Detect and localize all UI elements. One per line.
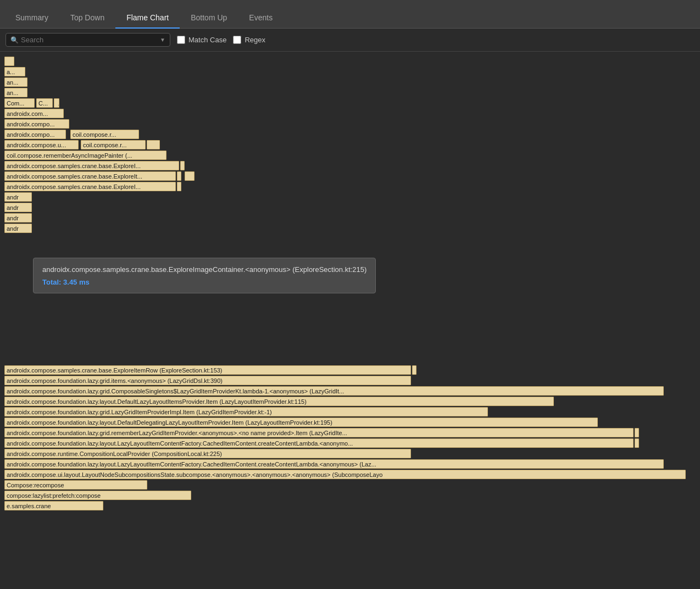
flame-bar[interactable]: androidx.compose.foundation.lazy.layout.… [4, 438, 634, 448]
flame-bar[interactable]: coil.compose.rememberAsyncImagePainter (… [4, 151, 166, 160]
tooltip-total-value: 3.45 ms [63, 278, 90, 286]
regex-text: Regex [245, 36, 265, 44]
flame-row: compose:lazylist:prefetch:compose [4, 490, 696, 500]
flame-bar[interactable]: coil.compose.r... [70, 130, 139, 139]
flame-bar[interactable] [635, 428, 639, 437]
flame-row: andr [4, 223, 696, 233]
flame-bar[interactable]: a... [4, 67, 25, 76]
search-dropdown-icon[interactable]: ▼ [160, 37, 165, 43]
flame-bar[interactable] [412, 365, 416, 375]
flame-tooltip: androidx.compose.samples.crane.base.Expl… [33, 258, 376, 293]
flame-bar[interactable] [54, 98, 59, 108]
flame-rows-container: a... an... an... Com... C... androidx.co… [0, 56, 700, 510]
flame-row: androidx.compose.samples.crane.base.Expl… [4, 181, 696, 191]
flame-bar[interactable] [177, 171, 181, 181]
flame-bar[interactable]: androidx.compo... [4, 119, 69, 129]
flame-row [4, 56, 696, 66]
flame-row: androidx.compose.samples.crane.base.Expl… [4, 171, 696, 181]
flame-bar[interactable] [185, 171, 195, 181]
flame-bar[interactable] [4, 57, 14, 66]
flame-bar[interactable]: andr [4, 213, 32, 223]
flame-bar[interactable]: compose:lazylist:prefetch:compose [4, 491, 191, 500]
flame-row: androidx.compose.foundation.lazy.layout.… [4, 396, 696, 406]
tab-flame-chart[interactable]: Flame Chart [115, 8, 180, 29]
flame-bar[interactable]: an... [4, 88, 27, 97]
flame-bar[interactable]: Compose:recompose [4, 480, 147, 490]
flame-bar[interactable]: an... [4, 77, 27, 87]
flame-row: an... [4, 87, 696, 97]
flame-bar[interactable]: androidx.compose.samples.crane.base.Expl… [4, 171, 176, 181]
flame-row: androidx.compose.u... coil.compose.r... [4, 140, 696, 149]
flame-row: Compose:recompose [4, 480, 696, 490]
flame-bar[interactable]: e.samples.crane [4, 501, 103, 510]
flame-bar[interactable]: Com... [4, 98, 35, 108]
flame-bar[interactable]: androidx.compo... [4, 130, 66, 139]
flame-row: andr [4, 192, 696, 202]
tab-top-down[interactable]: Top Down [59, 8, 115, 29]
flame-bar[interactable]: androidx.compose.samples.crane.base.Expl… [4, 161, 179, 170]
flame-row: a... [4, 66, 696, 76]
flame-row: androidx.compose.foundation.lazy.grid.Co… [4, 386, 696, 396]
flame-row: androidx.compose.runtime.CompositionLoca… [4, 448, 696, 458]
tab-events[interactable]: Events [238, 8, 284, 29]
flame-bar[interactable]: androidx.compose.foundation.lazy.layout.… [4, 397, 554, 406]
flame-bar[interactable]: androidx.compose.foundation.lazy.layout.… [4, 418, 598, 427]
match-case-label[interactable]: Match Case [177, 36, 226, 44]
flame-row: androidx.compose.foundation.lazy.layout.… [4, 417, 696, 427]
flame-row: androidx.compose.foundation.lazy.layout.… [4, 438, 696, 448]
flame-bar[interactable]: androidx.compose.foundation.lazy.grid.La… [4, 407, 488, 416]
flame-bar[interactable]: androidx.compose.samples.crane.base.Expl… [4, 365, 411, 375]
flame-bar[interactable]: androidx.compose.samples.crane.base.Expl… [4, 182, 176, 191]
flame-bar[interactable]: androidx.compose.ui.layout.LayoutNodeSub… [4, 470, 686, 479]
tab-bar: Summary Top Down Flame Chart Bottom Up E… [0, 0, 700, 29]
flame-row: androidx.compo... coil.compose.r... [4, 129, 696, 139]
full-rows-container: androidx.compose.samples.crane.base.Expl… [4, 365, 696, 510]
flame-bar[interactable]: androidx.compose.u... [4, 140, 79, 149]
match-case-checkbox[interactable] [177, 36, 185, 44]
flame-row: androidx.compose.samples.crane.base.Expl… [4, 365, 696, 375]
flame-row: an... [4, 77, 696, 87]
regex-label[interactable]: Regex [233, 36, 265, 44]
search-bar: 🔍 ▼ Match Case Regex [0, 29, 700, 52]
flame-bar[interactable]: androidx.com... [4, 109, 64, 118]
flame-bar[interactable] [635, 438, 639, 448]
flame-bar[interactable] [180, 161, 185, 170]
match-case-text: Match Case [188, 36, 226, 44]
flame-row: e.samples.crane [4, 501, 696, 510]
flame-bar[interactable]: androidx.compose.foundation.lazy.grid.it… [4, 376, 411, 385]
tab-summary[interactable]: Summary [4, 8, 59, 29]
flame-row: androidx.compose.foundation.lazy.layout.… [4, 459, 696, 469]
flame-bar[interactable] [177, 182, 181, 191]
flame-row: andr [4, 213, 696, 223]
flame-bar[interactable]: C... [36, 98, 53, 108]
flame-bar[interactable] [147, 140, 160, 149]
tab-bottom-up[interactable]: Bottom Up [180, 8, 238, 29]
search-icon: 🔍 [10, 36, 19, 44]
flame-bar[interactable]: andr [4, 203, 32, 212]
flame-row: androidx.compose.foundation.lazy.grid.it… [4, 375, 696, 385]
flame-row: androidx.compose.foundation.lazy.grid.re… [4, 427, 696, 437]
flame-row: Com... C... [4, 98, 696, 108]
flame-bar[interactable]: andr [4, 192, 32, 202]
regex-checkbox[interactable] [233, 36, 241, 44]
search-wrapper[interactable]: 🔍 ▼ [5, 33, 170, 47]
flame-bar[interactable]: andr [4, 224, 32, 233]
flame-row: androidx.compose.ui.layout.LayoutNodeSub… [4, 469, 696, 479]
flame-row: androidx.compose.samples.crane.base.Expl… [4, 160, 696, 170]
flame-bar[interactable]: androidx.compose.foundation.lazy.grid.Co… [4, 386, 664, 396]
flame-bar[interactable]: androidx.compose.foundation.lazy.grid.re… [4, 428, 634, 437]
flame-row: androidx.com... [4, 108, 696, 118]
tooltip-title: androidx.compose.samples.crane.base.Expl… [42, 265, 366, 275]
flame-bar[interactable]: androidx.compose.runtime.CompositionLoca… [4, 449, 411, 458]
tooltip-total: Total: 3.45 ms [42, 278, 366, 286]
flame-bar[interactable]: coil.compose.r... [81, 140, 146, 149]
flame-row: androidx.compo... [4, 119, 696, 129]
flame-row: coil.compose.rememberAsyncImagePainter (… [4, 150, 696, 160]
flame-bar[interactable]: androidx.compose.foundation.lazy.layout.… [4, 459, 664, 469]
flame-row: androidx.compose.foundation.lazy.grid.La… [4, 407, 696, 416]
flame-chart-area: a... an... an... Com... C... androidx.co… [0, 52, 700, 579]
tooltip-total-label: Total: [42, 278, 61, 286]
flame-row: andr [4, 202, 696, 212]
search-input[interactable] [21, 36, 158, 44]
